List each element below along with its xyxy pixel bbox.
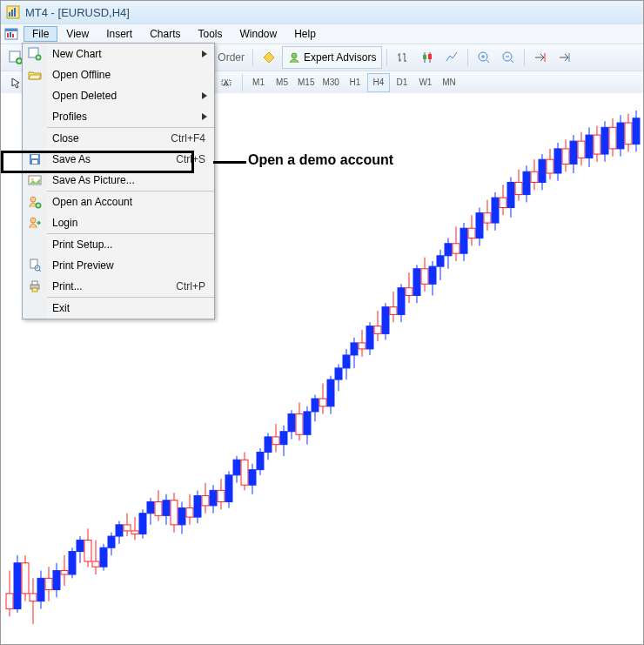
annotation-text: Open a demo account (248, 152, 393, 168)
svg-rect-77 (194, 496, 201, 518)
menu-open-account[interactable]: Open an Account (23, 191, 214, 212)
svg-rect-127 (390, 307, 397, 315)
svg-rect-97 (272, 437, 279, 445)
svg-rect-135 (421, 269, 428, 285)
menu-new-chart[interactable]: New Chart (23, 44, 214, 64)
menu-view[interactable]: View (57, 26, 97, 42)
svg-rect-111 (327, 380, 334, 406)
annotation-connector (213, 161, 246, 164)
menu-label: Print... (47, 280, 176, 292)
svg-rect-194 (32, 160, 37, 164)
timeframe-m15[interactable]: M15 (294, 73, 318, 92)
bar-chart-button[interactable] (392, 46, 414, 69)
svg-rect-101 (288, 414, 295, 432)
candle-chart-button[interactable] (416, 46, 439, 69)
svg-rect-177 (586, 135, 593, 158)
submenu-arrow-icon (202, 92, 207, 99)
svg-rect-73 (178, 508, 185, 525)
menu-open-offline[interactable]: Open Offline (23, 64, 214, 85)
svg-rect-41 (53, 571, 60, 590)
menu-label: Open an Account (47, 196, 214, 208)
menu-help[interactable]: Help (285, 26, 325, 42)
svg-rect-121 (366, 326, 373, 349)
candle-icon (420, 50, 434, 64)
timeframe-h4[interactable]: H4 (367, 73, 390, 92)
menu-open-deleted[interactable]: Open Deleted (23, 85, 214, 106)
menu-print-preview[interactable]: Print Preview (23, 255, 214, 276)
svg-rect-155 (500, 198, 506, 207)
menu-save-as[interactable]: Save As Ctrl+S (23, 149, 214, 170)
label-button[interactable]: A (215, 71, 238, 94)
menu-print-setup[interactable]: Print Setup... (23, 234, 214, 255)
svg-rect-204 (32, 288, 37, 292)
menu-label: Open Deleted (47, 90, 214, 102)
zoom-out-button[interactable] (497, 46, 520, 69)
timeframe-m1[interactable]: M1 (247, 73, 270, 92)
meta-quotes-button[interactable] (258, 46, 280, 69)
line-chart-button[interactable] (440, 46, 463, 69)
menu-label: Login (47, 217, 214, 229)
svg-rect-49 (84, 540, 91, 561)
svg-rect-123 (374, 326, 381, 334)
new-chart-icon (9, 50, 23, 64)
timeframe-w1[interactable]: W1 (414, 73, 437, 92)
chart-shift-button[interactable] (553, 46, 576, 69)
svg-rect-203 (32, 281, 37, 285)
svg-rect-143 (453, 244, 460, 253)
timeframe-h1[interactable]: H1 (344, 73, 366, 92)
svg-rect-149 (476, 213, 483, 239)
menu-print[interactable]: Print... Ctrl+P (23, 276, 214, 297)
login-icon (28, 216, 42, 230)
svg-rect-129 (398, 288, 405, 315)
menu-exit[interactable]: Exit (23, 298, 214, 319)
timeframe-m30[interactable]: M30 (319, 73, 342, 92)
timeframe-m5[interactable]: M5 (271, 73, 293, 92)
timeframe-mn[interactable]: MN (438, 73, 460, 92)
menu-file[interactable]: File (23, 26, 57, 42)
svg-rect-59 (124, 525, 131, 531)
menu-tools[interactable]: Tools (190, 26, 231, 42)
svg-rect-45 (69, 552, 76, 574)
app-icon (6, 5, 20, 19)
svg-rect-109 (319, 399, 326, 406)
svg-rect-79 (202, 496, 209, 506)
menu-login[interactable]: Login (23, 212, 214, 233)
svg-rect-67 (155, 502, 162, 516)
window-title: MT4 - [EURUSD,H4] (25, 6, 130, 19)
svg-rect-99 (280, 432, 287, 445)
svg-rect-65 (147, 502, 154, 514)
toolbar-separator (467, 49, 468, 66)
cursor-icon (10, 77, 22, 89)
svg-rect-159 (515, 183, 522, 195)
svg-rect-21 (423, 55, 426, 59)
titlebar: MT4 - [EURUSD,H4] (1, 1, 643, 24)
menu-save-as-picture[interactable]: Save As Picture... (23, 170, 214, 191)
menu-profiles[interactable]: Profiles (23, 106, 214, 127)
svg-rect-53 (100, 548, 107, 567)
svg-rect-179 (594, 135, 600, 154)
svg-rect-115 (343, 355, 350, 368)
svg-rect-133 (413, 269, 420, 296)
menu-label: Print Setup... (47, 239, 214, 251)
svg-rect-47 (77, 540, 84, 551)
auto-scroll-button[interactable] (529, 46, 552, 69)
svg-rect-87 (233, 460, 240, 475)
svg-rect-7 (10, 32, 11, 37)
svg-rect-33 (22, 563, 29, 594)
svg-rect-165 (539, 159, 546, 182)
folder-open-icon (28, 68, 42, 82)
svg-rect-55 (108, 536, 115, 548)
menu-label: Close (47, 132, 171, 144)
svg-rect-171 (562, 149, 569, 165)
svg-rect-147 (468, 228, 475, 238)
expert-advisors-button[interactable]: Expert Advisors (282, 46, 382, 69)
menu-insert[interactable]: Insert (97, 26, 141, 42)
svg-rect-139 (437, 256, 444, 266)
menu-charts[interactable]: Charts (141, 26, 189, 42)
save-icon (28, 152, 42, 166)
menu-close[interactable]: Close Ctrl+F4 (23, 128, 214, 149)
zoom-in-button[interactable] (473, 46, 495, 69)
svg-point-197 (30, 197, 36, 202)
timeframe-d1[interactable]: D1 (391, 73, 413, 92)
menu-window[interactable]: Window (231, 26, 286, 42)
